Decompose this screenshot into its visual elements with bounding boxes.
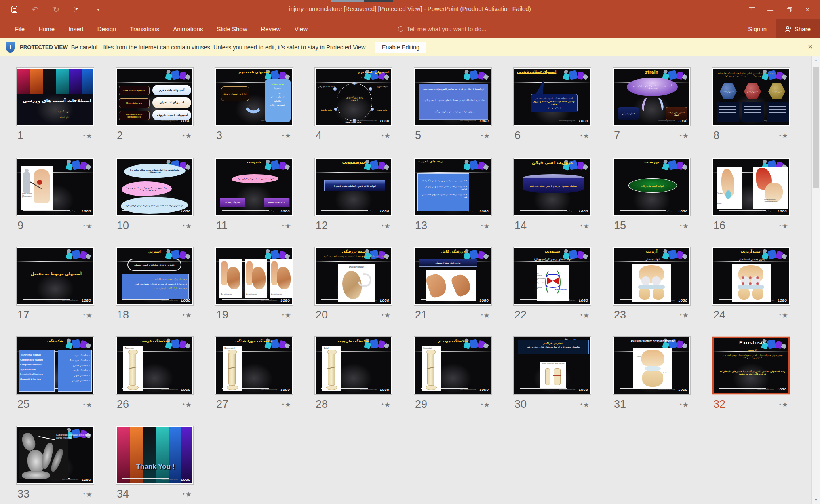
slide-thumbnail-5[interactable]: www.themegallery.comLOGOاین آسیبها با اخ…	[414, 68, 491, 126]
transition-star-icon[interactable]: ★	[83, 311, 92, 320]
slide-thumbnail-29[interactable]: www.themegallery.comLOGOشکستگی چوب ترGre…	[414, 337, 491, 394]
close-icon[interactable]: ✕	[798, 2, 817, 17]
transition-star-icon[interactable]: ★	[779, 311, 788, 320]
tab-view[interactable]: View	[288, 19, 314, 38]
transition-star-icon[interactable]: ★	[679, 222, 689, 230]
tab-review[interactable]: Review	[254, 19, 287, 38]
slide-thumbnail-22[interactable]: www.themegallery.comLOGOسینوویتالتهاب غش…	[514, 247, 591, 305]
slide-thumbnail-4[interactable]: www.themegallery.comLOGOآسیبهای بافت نرم…	[315, 68, 392, 126]
transition-star-icon[interactable]: ★	[381, 222, 390, 230]
transition-star-icon[interactable]: ★	[381, 311, 390, 320]
transition-star-icon[interactable]: ★	[83, 401, 92, 409]
transition-star-icon[interactable]: ★	[182, 222, 192, 230]
slide-thumbnail-23[interactable]: www.themegallery.comLOGOآرتریتالتهاب مفص…	[613, 247, 690, 305]
banner-close-icon[interactable]: ✕	[806, 43, 814, 51]
transition-star-icon[interactable]: ★	[779, 401, 788, 409]
slide-thumbnail-7[interactable]: www.themegallery.comLOGOstrainآسیب وارده…	[613, 68, 690, 126]
slide-thumbnail-15[interactable]: www.themegallery.comLOGOبورسیتالتهاب کیس…	[613, 158, 690, 216]
slide-number: 1	[17, 129, 23, 142]
transition-star-icon[interactable]: ★	[83, 490, 92, 499]
transition-star-icon[interactable]: ★	[282, 222, 291, 230]
share-button[interactable]: Share	[776, 19, 820, 38]
slide-thumbnail-16[interactable]: www.themegallery.comLOGOTendonBursaInfla…	[712, 158, 790, 216]
slide-thumbnail-10[interactable]: www.themegallery.comLOGOبعلت انقباض برق …	[116, 158, 193, 216]
slide-thumbnail-6[interactable]: www.themegallery.comLOGOآسیبهای عضلانی ت…	[514, 68, 591, 126]
transition-star-icon[interactable]: ★	[580, 311, 589, 320]
ribbon-display-options-icon[interactable]	[742, 2, 761, 17]
slide-thumbnail-27[interactable]: www.themegallery.comLOGOشکستگی خورد شدگی…	[215, 337, 293, 394]
enable-editing-button[interactable]: Enable Editing	[375, 42, 427, 53]
transition-star-icon[interactable]: ★	[381, 401, 390, 409]
slide-thumbnail-3[interactable]: www.themegallery.comLOGOآسیبهای بافت نرم…	[215, 68, 293, 126]
slide-thumbnail-21[interactable]: www.themegallery.comLOGOدررفتگی کاملجدای…	[414, 247, 491, 305]
title-bar: ↶ ↻ ▾ injury nomenclature [Recovered] [P…	[0, 0, 820, 19]
tab-transitions[interactable]: Transitions	[123, 19, 166, 38]
transition-star-icon[interactable]: ★	[182, 401, 192, 409]
transition-star-icon[interactable]: ★	[282, 311, 291, 320]
slide-thumbnail-30[interactable]: www.themegallery.comLOGOاسترس فراکچرشکست…	[514, 337, 591, 394]
slide-thumbnail-8[interactable]: www.themegallery.comLOGOدرجه بندی شدت آس…	[712, 68, 790, 126]
slide-thumbnail-26[interactable]: www.themegallery.comLOGOشکستگی عرضیTrans…	[116, 337, 193, 394]
transition-star-icon[interactable]: ★	[679, 311, 689, 320]
transition-star-icon[interactable]: ★	[580, 222, 589, 230]
transition-star-icon[interactable]: ★	[481, 132, 490, 140]
tab-file[interactable]: File	[8, 19, 32, 38]
transition-star-icon[interactable]: ★	[580, 401, 589, 409]
slide-footer-logo: LOGO	[281, 299, 290, 302]
slide-thumbnail-17[interactable]: www.themegallery.comLOGOآسیبهای مربوط به…	[17, 247, 94, 305]
slide-thumbnail-31[interactable]: www.themegallery.comLOGOAvulsion fractur…	[613, 337, 690, 394]
slide-thumbnail-11[interactable]: www.themegallery.comLOGOتاندونیتالتهاب ت…	[215, 158, 293, 216]
transition-star-icon[interactable]: ★	[481, 311, 490, 320]
slide-thumbnail-14[interactable]: www.themegallery.comLOGOمیوزیت اسی فیکنت…	[514, 158, 591, 216]
tab-insert[interactable]: Insert	[61, 19, 91, 38]
sign-in-button[interactable]: Sign in	[748, 19, 767, 38]
scrollbar-thumb[interactable]	[813, 67, 819, 188]
slide-thumbnail-19[interactable]: www.themegallery.comLOGOAnt. joint capsu…	[215, 247, 293, 305]
slide-thumbnail-25[interactable]: www.themegallery.comLOGOشکستگیTransverse…	[17, 337, 94, 394]
transition-star-icon[interactable]: ★	[381, 132, 390, 140]
slide-cell-2: www.themegallery.comLOGOSoft tissue inju…	[116, 68, 195, 142]
slide-thumbnail-24[interactable]: www.themegallery.comLOGOاستئوآرتریتبیمار…	[712, 247, 790, 305]
transition-star-icon[interactable]: ★	[83, 222, 92, 230]
slide-thumbnail-1[interactable]: اصطلاحات آسیب های ورزشیتهیه کننده:نام اس…	[17, 68, 94, 126]
transition-star-icon[interactable]: ★	[481, 222, 490, 230]
scroll-up-icon[interactable]: ▲	[812, 56, 820, 64]
slide-thumbnail-12[interactable]: www.themegallery.comLOGOتنوسینوویتالتهاب…	[315, 158, 392, 216]
transition-star-icon[interactable]: ★	[679, 132, 689, 140]
slide-footer-logo: LOGO	[778, 210, 787, 213]
slide-thumbnail-34[interactable]: Thank You !www.themegallery.comLOGO	[116, 426, 193, 484]
slide-cell-18: www.themegallery.comLOGOاسپرینکشیدگی یا …	[116, 247, 195, 322]
slide-thumbnail-13[interactable]: www.themegallery.comLOGOدرجه های تاندونی…	[414, 158, 491, 216]
slide-thumbnail-32[interactable]: www.themegallery.comLOGOExostosisاگزوستو…	[712, 337, 790, 394]
transition-star-icon[interactable]: ★	[481, 401, 490, 409]
tell-me-box[interactable]: Tell me what you want to do...	[398, 19, 487, 38]
transition-star-icon[interactable]: ★	[679, 401, 689, 409]
transition-star-icon[interactable]: ★	[779, 132, 788, 140]
slide-cell-29: www.themegallery.comLOGOشکستگی چوب ترGre…	[414, 337, 493, 411]
transition-star-icon[interactable]: ★	[282, 132, 291, 140]
transition-star-icon[interactable]: ★	[182, 311, 192, 320]
restore-icon[interactable]	[780, 2, 798, 17]
vertical-scrollbar[interactable]: ▲ ▼	[811, 56, 820, 504]
tab-home[interactable]: Home	[32, 19, 61, 38]
slide-footer-url: www.themegallery.com	[62, 210, 78, 212]
slide-footer-logo: LOGO	[480, 299, 489, 302]
transition-star-icon[interactable]: ★	[83, 132, 92, 140]
slide-thumbnail-18[interactable]: www.themegallery.comLOGOاسپرینکشیدگی یا …	[116, 247, 193, 305]
transition-star-icon[interactable]: ★	[182, 490, 192, 499]
slide-footer-logo: LOGO	[181, 299, 190, 302]
transition-star-icon[interactable]: ★	[182, 132, 192, 140]
scroll-down-icon[interactable]: ▼	[812, 496, 820, 504]
tab-slide-show[interactable]: Slide Show	[210, 19, 254, 38]
slide-thumbnail-28[interactable]: www.themegallery.comLOGOشکستگی مارپیچیSp…	[315, 337, 392, 394]
slide-thumbnail-33[interactable]: www.themegallery.comLOGOSubungual exosto…	[17, 426, 94, 484]
transition-star-icon[interactable]: ★	[580, 132, 589, 140]
slide-thumbnail-9[interactable]: www.themegallery.comLOGOMedial head of t…	[17, 158, 94, 216]
tab-animations[interactable]: Animations	[166, 19, 210, 38]
transition-star-icon[interactable]: ★	[779, 222, 788, 230]
slide-thumbnail-20[interactable]: www.themegallery.comLOGOنیمه دررفتگیجدای…	[315, 247, 392, 305]
minimize-icon[interactable]: —	[761, 2, 780, 17]
tab-design[interactable]: Design	[91, 19, 123, 38]
slide-thumbnail-2[interactable]: www.themegallery.comLOGOSoft tissue inju…	[116, 68, 193, 126]
transition-star-icon[interactable]: ★	[282, 401, 291, 409]
